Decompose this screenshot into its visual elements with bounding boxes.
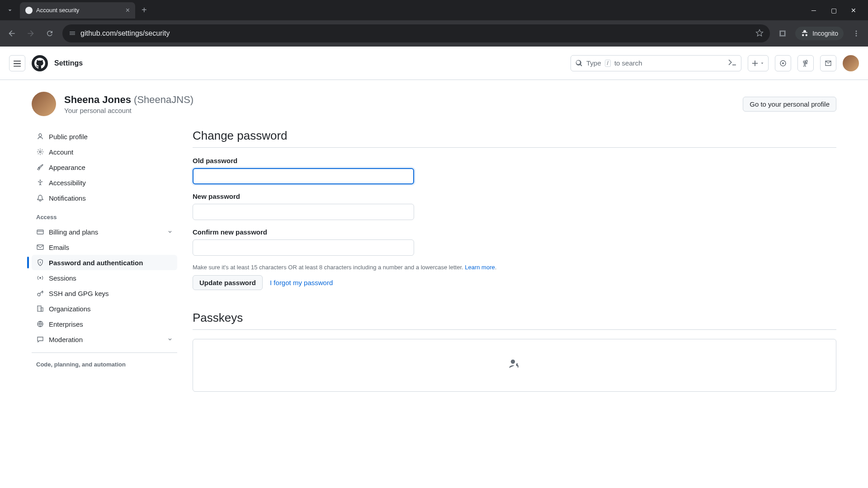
profile-avatar[interactable] — [32, 92, 56, 116]
sidebar-item-billing[interactable]: Billing and plans — [32, 224, 177, 239]
globe-icon — [36, 320, 44, 328]
broadcast-icon — [36, 274, 44, 282]
paintbrush-icon — [36, 163, 44, 171]
svg-rect-8 — [37, 245, 43, 249]
sidebar-item-label: SSH and GPG keys — [49, 290, 109, 297]
new-tab-button[interactable]: + — [139, 5, 150, 15]
plus-icon — [752, 60, 758, 66]
sidebar-item-organizations[interactable]: Organizations — [32, 301, 177, 316]
tab-search-dropdown[interactable] — [4, 4, 16, 17]
tab-favicon — [25, 7, 33, 14]
profile-subtitle: Your personal account — [64, 107, 193, 114]
learn-more-link[interactable]: Learn more — [465, 264, 495, 271]
sidebar-item-sessions[interactable]: Sessions — [32, 270, 177, 286]
window-controls: ─ ▢ ✕ — [808, 7, 864, 14]
comment-icon — [36, 335, 44, 343]
minimize-button[interactable]: ─ — [808, 7, 819, 14]
sidebar-item-public-profile[interactable]: Public profile — [32, 129, 177, 144]
svg-point-10 — [39, 277, 41, 279]
confirm-password-input[interactable] — [193, 239, 414, 256]
accessibility-icon — [36, 178, 44, 187]
forgot-password-link[interactable]: I forgot my password — [270, 279, 333, 286]
forward-button[interactable] — [24, 27, 37, 40]
svg-rect-13 — [41, 308, 43, 311]
sidebar-item-label: Enterprises — [49, 320, 83, 328]
github-header: Settings Type / to search — [0, 47, 868, 80]
svg-point-0 — [856, 31, 857, 32]
sidebar-item-password-auth[interactable]: Password and authentication — [32, 255, 177, 270]
sidebar-item-appearance[interactable]: Appearance — [32, 160, 177, 175]
old-password-label: Old password — [193, 157, 836, 164]
chevron-down-icon — [167, 228, 173, 236]
change-password-heading: Change password — [193, 129, 836, 148]
sidebar-item-enterprises[interactable]: Enterprises — [32, 316, 177, 332]
svg-point-1 — [856, 33, 857, 34]
maximize-button[interactable]: ▢ — [828, 7, 839, 14]
search-input[interactable]: Type / to search — [571, 55, 741, 71]
tab-title: Account security — [36, 7, 79, 14]
create-new-button[interactable] — [748, 55, 769, 71]
settings-sidebar: Public profile Account Appearance Access… — [32, 129, 177, 392]
sidebar-item-moderation[interactable]: Moderation — [32, 332, 177, 347]
passkeys-box — [193, 339, 836, 392]
github-logo[interactable] — [32, 55, 48, 71]
person-icon — [36, 132, 44, 141]
sidebar-group-access: Access — [32, 206, 177, 224]
passkeys-heading: Passkeys — [193, 311, 836, 330]
url-input[interactable]: github.com/settings/security — [62, 24, 770, 42]
confirm-password-label: Confirm new password — [193, 228, 836, 236]
go-to-profile-button[interactable]: Go to your personal profile — [743, 97, 836, 112]
key-icon — [36, 289, 44, 297]
close-window-button[interactable]: ✕ — [848, 7, 859, 14]
extensions-icon[interactable] — [776, 27, 789, 40]
sidebar-item-label: Password and authentication — [49, 259, 143, 267]
sidebar-item-accessibility[interactable]: Accessibility — [32, 175, 177, 190]
sidebar-item-emails[interactable]: Emails — [32, 239, 177, 255]
page-title: Settings — [54, 59, 83, 67]
dropdown-caret-icon — [760, 61, 764, 66]
organization-icon — [36, 305, 44, 313]
sidebar-item-account[interactable]: Account — [32, 144, 177, 160]
notifications-button[interactable] — [820, 55, 836, 71]
back-button[interactable] — [5, 27, 18, 40]
search-prefix: Type — [586, 59, 601, 67]
sidebar-item-ssh-keys[interactable]: SSH and GPG keys — [32, 286, 177, 301]
sidebar-item-label: Accessibility — [49, 179, 86, 187]
card-icon — [36, 228, 44, 236]
profile-header: Sheena Jones (SheenaJNS) Your personal a… — [0, 80, 868, 116]
sidebar-item-label: Account — [49, 148, 73, 156]
sidebar-item-label: Moderation — [49, 336, 83, 343]
shield-lock-icon — [36, 258, 44, 267]
browser-menu-icon[interactable] — [850, 27, 863, 40]
bell-icon — [36, 194, 44, 202]
new-password-input[interactable] — [193, 204, 414, 220]
reload-button[interactable] — [43, 27, 56, 40]
issues-button[interactable] — [775, 55, 791, 71]
sidebar-item-label: Emails — [49, 244, 69, 251]
search-suffix: to search — [614, 59, 642, 67]
user-avatar[interactable] — [843, 55, 859, 71]
command-palette-icon[interactable] — [728, 58, 736, 68]
sidebar-group-code: Code, planning, and automation — [32, 358, 177, 371]
tab-close-icon[interactable]: × — [126, 6, 130, 14]
old-password-input[interactable] — [193, 168, 414, 184]
browser-address-bar: github.com/settings/security Incognito — [0, 20, 868, 47]
sidebar-item-label: Appearance — [49, 164, 85, 171]
bookmark-star-icon[interactable] — [755, 29, 764, 38]
browser-tab[interactable]: Account security × — [20, 2, 135, 19]
pull-requests-button[interactable] — [797, 55, 814, 71]
update-password-button[interactable]: Update password — [193, 275, 263, 290]
incognito-icon — [801, 29, 809, 38]
incognito-label: Incognito — [812, 30, 838, 37]
search-icon — [576, 60, 583, 67]
search-key-hint: / — [605, 60, 611, 67]
site-settings-icon[interactable] — [69, 29, 76, 38]
sidebar-divider — [32, 352, 177, 353]
sidebar-item-notifications[interactable]: Notifications — [32, 190, 177, 206]
sidebar-item-label: Notifications — [49, 194, 86, 202]
chevron-down-icon — [167, 336, 173, 343]
password-hint: Make sure it's at least 15 characters OR… — [193, 264, 836, 271]
nav-menu-button[interactable] — [9, 55, 25, 71]
incognito-badge[interactable]: Incognito — [795, 27, 844, 40]
svg-point-5 — [39, 151, 41, 153]
